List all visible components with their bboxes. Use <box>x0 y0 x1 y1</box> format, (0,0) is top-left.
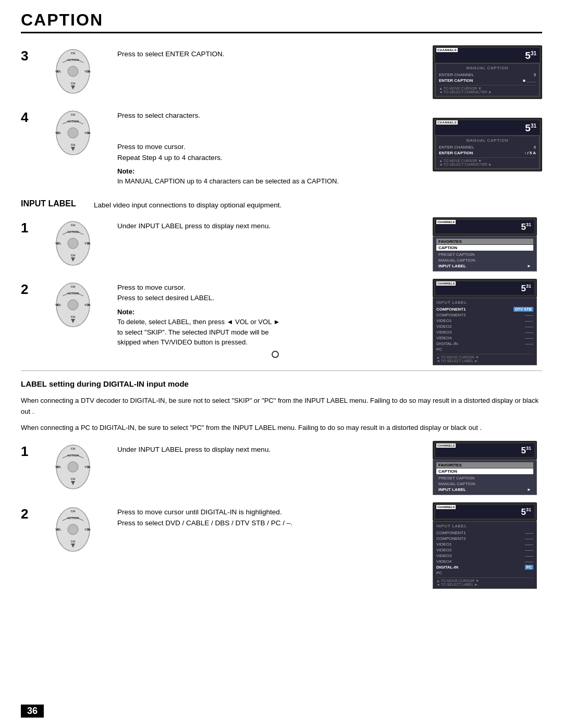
il-row-comp2: COMPONENT2—— <box>436 312 533 318</box>
d-caption-label: CAPTION <box>436 468 533 474</box>
il-row-v3: VIDEO3—— <box>436 329 533 335</box>
input-label-desc: Label video input connections to display… <box>94 199 282 211</box>
svg-text:CH: CH <box>71 224 76 227</box>
il-screens: CHANNELS 531 FAVORITES CAPTION PRESET CA… <box>433 215 542 365</box>
svg-point-13 <box>68 128 78 138</box>
svg-text:CH: CH <box>71 254 76 257</box>
page-number: 36 <box>21 705 44 718</box>
il-step-1-number: 1 <box>21 220 36 236</box>
d-overlay-manual: MANUAL CAPTION <box>436 481 533 487</box>
svg-text:ACTION: ACTION <box>67 58 79 61</box>
il-remote-svg-2: CH ACTION VOL VOL CH <box>47 276 99 334</box>
d-overlay-preset: PRESET CAPTION <box>436 475 533 481</box>
d-il-row-pc: PC <box>436 570 533 576</box>
remote-3: CH ACTION VOL VOL CH <box>36 43 109 100</box>
d-favorites-label: FAVORITES <box>436 462 533 468</box>
page-container: CAPTION 3 CH ACTION <box>0 0 563 728</box>
d-remote-svg-2: CH ACTION VOL VOL CH <box>47 501 99 558</box>
d-il-menu-detail: INPUT LABEL COMPONENT1—— COMPONENT2—— VI… <box>433 521 537 589</box>
fav-channel: 531 <box>521 222 531 232</box>
step-3-instruction: Press to select ENTER CAPTION. <box>109 43 433 59</box>
input-label-step-2: 2 CH ACTION VOL VOL CH <box>21 276 433 361</box>
svg-text:CH: CH <box>71 113 76 116</box>
il-step-1-instruction: Under INPUT LABEL press to display next … <box>109 215 433 231</box>
d-il-row-v1: VIDEO1—— <box>436 541 533 547</box>
caption-label: CAPTION <box>436 245 533 251</box>
svg-text:CH: CH <box>71 315 76 318</box>
d-remote-svg-1: CH ACTION VOL VOL CH <box>47 438 99 496</box>
caption-screens: CHANNELS 531 MANUAL CAPTION ENTER CHANNE… <box>433 43 542 171</box>
input-label-title: INPUT LABEL <box>21 199 89 208</box>
divider-digital <box>21 371 542 371</box>
d-remote-2: CH ACTION VOL VOL CH <box>36 501 109 558</box>
d-step-2-instruction: Press to move cursor until DIGITAL-IN is… <box>109 501 433 528</box>
caption-screen-2: CHANNELS 531 MANUAL CAPTION ENTER CHANNE… <box>433 118 542 171</box>
d-channel: 531 <box>521 507 531 517</box>
svg-text:CH: CH <box>71 510 76 513</box>
d-overlay-input-label: INPUT LABEL ► <box>436 487 533 492</box>
svg-point-43 <box>68 462 78 472</box>
menu-box-1: MANUAL CAPTION ENTER CHANNEL 3 ENTER CAP… <box>435 63 540 96</box>
d-il-row-v2: VIDEO2—— <box>436 547 533 553</box>
d-step-1-instruction: Under INPUT LABEL press to display next … <box>109 438 433 455</box>
il-remote-svg-1: CH ACTION VOL VOL CH <box>47 215 99 272</box>
fav-channels-badge: CHANNELS <box>436 220 456 224</box>
d-il-row-comp2: COMPONENT2—— <box>436 536 533 541</box>
channel-display-1: 531 <box>525 50 536 61</box>
il-row-v2: VIDEO2—— <box>436 324 533 329</box>
d-fav-channel: 531 <box>521 446 531 456</box>
d-fav-overlay-menu: FAVORITES CAPTION PRESET CAPTION MANUAL … <box>433 460 537 495</box>
page-title: CAPTION <box>21 10 542 30</box>
tv-video-button-icon <box>272 351 279 358</box>
step-3-number: 3 <box>21 48 36 64</box>
svg-text:CH: CH <box>71 52 76 55</box>
il-row-comp1: COMPONENT1 DTV STB <box>436 306 533 312</box>
il-detail-screen: CHANNELS 531 INPUT LABEL COMPONENT1 DTV … <box>433 279 542 365</box>
menu-row-enter-channel-2: ENTER CHANNEL 3 <box>439 144 536 150</box>
digital-screens: CHANNELS 531 FAVORITES CAPTION PRESET CA… <box>433 438 542 589</box>
step-4-instruction: Press to select characters. Press to mov… <box>109 104 433 190</box>
svg-text:CH: CH <box>71 82 76 85</box>
menu-box-2: MANUAL CAPTION ENTER CHANNEL 3 ENTER CAP… <box>435 135 540 169</box>
d-remote-1: CH ACTION VOL VOL CH <box>36 438 109 496</box>
digital-step-2: 2 CH ACTION VOL VOL CH <box>21 501 433 558</box>
il-menu-title: INPUT LABEL <box>436 300 533 305</box>
page-header: CAPTION <box>21 10 542 33</box>
il-remote-2: CH ACTION VOL VOL CH <box>36 276 109 334</box>
overlay-item-manual: MANUAL CAPTION <box>436 257 533 263</box>
remote-control-svg-4: CH ACTION VOL VOL CH <box>47 104 99 162</box>
svg-point-23 <box>68 238 78 249</box>
menu-nav-1: ▲ TO MOVE CURSOR ▼ ◄ TO SELECT CHARACTER… <box>439 85 536 94</box>
label-setting-heading: LABEL setting during DIGITAL-IN input mo… <box>21 379 542 390</box>
digital-step-1: 1 CH ACTION VOL VOL CH <box>21 438 433 496</box>
menu-row-enter-caption-2: ENTER CAPTION : / 5 A <box>439 150 536 156</box>
il-step-2-instruction: Press to move cursor. Press to select de… <box>109 276 433 361</box>
overlay-item-preset: PRESET CAPTION <box>436 252 533 257</box>
il-row-digital: DIGITAL-IN—— <box>436 341 533 347</box>
caption-screen-1: CHANNELS 531 MANUAL CAPTION ENTER CHANNE… <box>433 45 542 99</box>
svg-text:ACTION: ACTION <box>67 516 79 520</box>
svg-text:CH: CH <box>71 540 76 543</box>
digital-para-1: When connecting a DTV decoder to DIGITAL… <box>21 396 542 417</box>
svg-point-33 <box>68 300 78 310</box>
d-channels-badge: CHANNELS <box>436 505 456 509</box>
il-row-v4: VIDEO4—— <box>436 335 533 341</box>
svg-text:ACTION: ACTION <box>67 120 79 123</box>
d-step-2-number: 2 <box>21 506 36 522</box>
d-il-row-v3: VIDEO3—— <box>436 553 533 559</box>
il-row-pc: PC <box>436 347 533 352</box>
note-block-4: Note: In MANUAL CAPTION up to 4 characte… <box>117 166 433 187</box>
remote-control-svg-3: CH ACTION VOL VOL CH <box>47 43 99 100</box>
il-step-2-number: 2 <box>21 281 36 298</box>
il-remote-1: CH ACTION VOL VOL CH <box>36 215 109 272</box>
il-note: Note: To delete, select LABEL, then pres… <box>117 307 433 348</box>
svg-text:CH: CH <box>71 447 76 450</box>
overlay-item-input-label: INPUT LABEL ► <box>436 263 533 269</box>
step-3-row: 3 CH ACTION VOL <box>21 43 433 100</box>
d-fav-channels-badge: CHANNELS <box>436 443 456 448</box>
step-4-row: 4 CH ACTION VOL VOL CH <box>21 104 433 190</box>
svg-point-53 <box>68 524 78 535</box>
svg-text:CH: CH <box>71 285 76 288</box>
digital-detail-screen: CHANNELS 531 INPUT LABEL COMPONENT1—— CO… <box>433 502 542 589</box>
il-channels-badge: CHANNELS <box>436 281 456 286</box>
